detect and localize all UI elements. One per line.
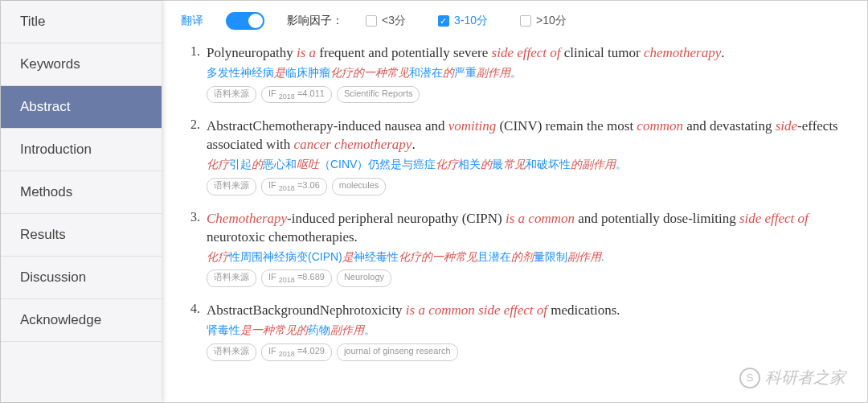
result-item: 4.AbstractBackgroundNephrotoxicity is a …	[181, 302, 848, 360]
result-chinese: 肾毒性是一种常见的药物副作用。	[207, 323, 848, 339]
result-number: 2.	[181, 117, 200, 195]
result-english: Chemotherapy-induced peripheral neuropat…	[207, 210, 848, 247]
translate-label: 翻译	[181, 14, 203, 28]
filter-option-1[interactable]: 3-10分	[438, 14, 488, 28]
results-list: 1.Polyneuropathy is a frequent and poten…	[181, 44, 848, 361]
sidebar-item-keywords[interactable]: Keywords	[1, 43, 162, 86]
result-tags: 语料来源IF 2018 =4.029journal of ginseng res…	[207, 343, 848, 361]
filter-option-label: >10分	[536, 14, 567, 28]
checkbox-icon	[520, 15, 531, 27]
result-chinese: 化疗引起的恶心和呕吐（CINV）仍然是与癌症化疗相关的最常见和破坏性的副作用。	[207, 157, 848, 173]
tag[interactable]: molecules	[332, 178, 387, 195]
result-item: 1.Polyneuropathy is a frequent and poten…	[181, 44, 848, 103]
main-panel: 翻译 影响因子： <3分3-10分>10分 1.Polyneuropathy i…	[162, 1, 867, 402]
filter-option-2[interactable]: >10分	[520, 14, 567, 28]
filter-bar: 翻译 影响因子： <3分3-10分>10分	[181, 12, 848, 30]
sidebar-item-methods[interactable]: Methods	[1, 171, 162, 214]
result-number: 3.	[181, 210, 200, 287]
tag[interactable]: 语料来源	[207, 178, 256, 195]
result-body: Polyneuropathy is a frequent and potenti…	[207, 44, 848, 103]
sidebar-item-acknowledge[interactable]: Acknowledge	[1, 299, 162, 342]
sidebar-item-results[interactable]: Results	[1, 214, 162, 257]
result-english: AbstractBackgroundNephrotoxicity is a co…	[207, 302, 848, 320]
sidebar-item-abstract[interactable]: Abstract	[1, 86, 162, 129]
translate-toggle[interactable]	[226, 12, 264, 30]
result-chinese: 化疗性周围神经病变(CIPN)是神经毒性化疗的一种常见且潜在的剂量限制副作用.	[207, 249, 848, 265]
sidebar-item-introduction[interactable]: Introduction	[1, 129, 162, 171]
tag[interactable]: 语料来源	[207, 343, 256, 361]
sidebar-item-discussion[interactable]: Discussion	[1, 257, 162, 299]
result-tags: 语料来源IF 2018 =3.06molecules	[207, 178, 848, 195]
tag[interactable]: 语料来源	[207, 86, 256, 104]
tag[interactable]: 语料来源	[207, 269, 256, 287]
checkbox-icon	[366, 15, 377, 27]
tag[interactable]: Scientific Reports	[337, 86, 420, 104]
result-number: 1.	[181, 44, 200, 103]
tag[interactable]: IF 2018 =3.06	[261, 178, 327, 195]
checkbox-icon	[438, 15, 449, 27]
result-item: 2.AbstractChemotherapy-induced nausea an…	[181, 117, 848, 195]
filter-option-label: 3-10分	[454, 14, 488, 28]
result-english: Polyneuropathy is a frequent and potenti…	[207, 44, 848, 63]
tag[interactable]: IF 2018 =4.011	[261, 86, 332, 104]
app-root: TitleKeywordsAbstractIntroductionMethods…	[0, 0, 868, 403]
result-english: AbstractChemotherapy-induced nausea and …	[207, 117, 848, 154]
tag[interactable]: IF 2018 =8.689	[261, 269, 332, 287]
tag[interactable]: journal of ginseng research	[337, 343, 458, 361]
watermark-text: 科研者之家	[765, 367, 845, 389]
filter-option-label: <3分	[382, 14, 406, 28]
result-body: Chemotherapy-induced peripheral neuropat…	[207, 210, 848, 287]
tag[interactable]: Neurology	[337, 269, 391, 287]
tag[interactable]: IF 2018 =4.029	[261, 343, 332, 361]
sidebar-item-title[interactable]: Title	[1, 1, 162, 43]
result-number: 4.	[181, 302, 200, 360]
result-chinese: 多发性神经病是临床肿瘤化疗的一种常见和潜在的严重副作用。	[207, 65, 848, 81]
result-body: AbstractBackgroundNephrotoxicity is a co…	[207, 302, 848, 360]
result-body: AbstractChemotherapy-induced nausea and …	[207, 117, 848, 195]
sidebar: TitleKeywordsAbstractIntroductionMethods…	[1, 1, 162, 402]
impact-factor-label: 影响因子：	[287, 14, 343, 28]
result-tags: 语料来源IF 2018 =4.011Scientific Reports	[207, 86, 848, 104]
watermark: S 科研者之家	[739, 367, 845, 389]
filter-option-0[interactable]: <3分	[366, 14, 406, 28]
result-item: 3.Chemotherapy-induced peripheral neurop…	[181, 210, 848, 287]
wechat-icon: S	[739, 368, 760, 389]
result-tags: 语料来源IF 2018 =8.689Neurology	[207, 269, 848, 287]
